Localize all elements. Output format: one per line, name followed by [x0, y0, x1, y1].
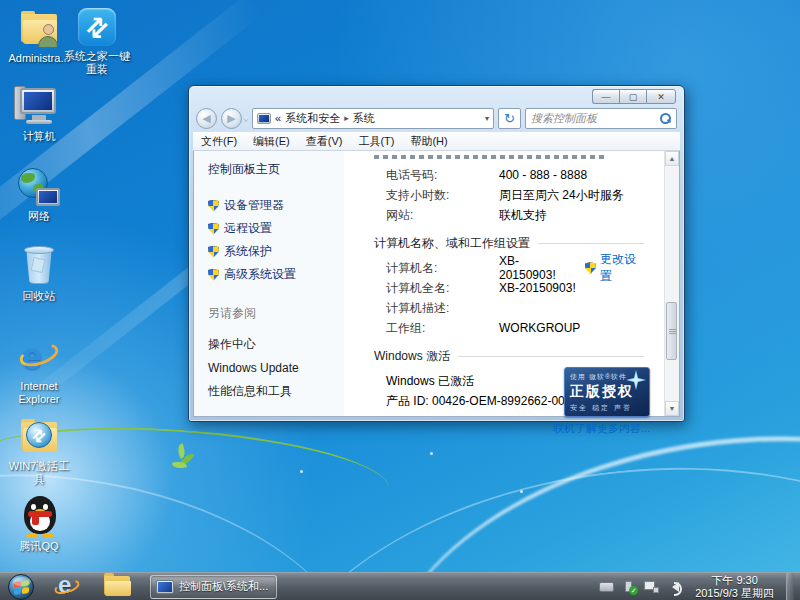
- uac-shield-icon: [208, 246, 219, 258]
- sidebar-item-remote-settings[interactable]: 远程设置: [194, 217, 344, 240]
- network-tray-icon[interactable]: [644, 581, 659, 593]
- desktop-icon-label: 回收站: [0, 290, 78, 303]
- sidebar-item-performance-tools[interactable]: 性能信息和工具: [194, 379, 344, 404]
- website-row: 网站: 联机支持: [386, 205, 644, 225]
- sparkle: [520, 490, 523, 493]
- show-desktop-button[interactable]: [786, 573, 794, 600]
- online-support-link[interactable]: 联机支持: [499, 207, 547, 224]
- breadcrumb-separator-icon: ▸: [344, 113, 349, 123]
- sidebar-item-advanced-system-settings[interactable]: 高级系统设置: [194, 263, 344, 286]
- uac-shield-icon: [585, 262, 596, 274]
- desktop-icon-label: 系统之家一键 重装: [58, 50, 136, 76]
- activation-status: Windows 已激活: [386, 373, 474, 390]
- address-bar[interactable]: « 系统和安全 ▸ 系统 ▾: [252, 108, 494, 129]
- badge-bottom-text: 安全 稳定 声誉: [570, 403, 644, 413]
- taskbar-clock[interactable]: 下午 9:30 2015/9/3 星期四: [691, 574, 778, 600]
- system-tray: ✓ 下午 9:30 2015/9/3 星期四: [599, 573, 800, 600]
- sidebar-item-control-panel-home[interactable]: 控制面板主页: [194, 159, 344, 180]
- row-label: 工作组:: [386, 320, 499, 337]
- safely-remove-hardware-icon[interactable]: ✓: [622, 580, 636, 594]
- minimize-button[interactable]: —: [592, 89, 619, 104]
- uac-shield-icon: [208, 223, 219, 235]
- scrollbar-thumb[interactable]: [666, 302, 677, 360]
- taskbar-task-control-panel[interactable]: 控制面板\系统和...: [150, 575, 277, 599]
- maximize-button[interactable]: ▢: [619, 89, 646, 104]
- taskbar-explorer-icon[interactable]: [104, 576, 132, 598]
- desktop-icon-tencent-qq[interactable]: 腾讯QQ: [0, 496, 78, 553]
- search-input[interactable]: 搜索控制面板: [525, 108, 677, 129]
- desktop-icon-label: 计算机: [0, 130, 78, 143]
- input-method-tray-icon[interactable]: [599, 582, 614, 592]
- taskbar-internet-explorer-icon[interactable]: e: [52, 575, 82, 599]
- sidebar-item-label: 系统保护: [224, 243, 272, 260]
- sidebar-item-label: 远程设置: [224, 220, 272, 237]
- desktop-icon-label: Internet Explorer: [0, 380, 78, 406]
- search-placeholder: 搜索控制面板: [531, 111, 659, 126]
- breadcrumb-security[interactable]: 系统和安全: [285, 111, 340, 126]
- user-folder-icon: [18, 8, 60, 50]
- sparkle: [300, 470, 303, 473]
- sidebar-item-windows-update[interactable]: Windows Update: [194, 357, 344, 379]
- support-hours-value: 周日至周六 24小时服务: [499, 187, 624, 204]
- desktop-icon-computer[interactable]: 计算机: [0, 86, 78, 143]
- sidebar-item-label: 设备管理器: [224, 197, 284, 214]
- menu-edit[interactable]: 编辑(E): [253, 134, 290, 149]
- window-titlebar[interactable]: — ▢ ✕: [189, 86, 684, 105]
- menu-file[interactable]: 文件(F): [201, 134, 237, 149]
- desktop-icon-syshome-reinstall[interactable]: ⇄ 系统之家一键 重装: [58, 6, 136, 76]
- task-button-label: 控制面板\系统和...: [179, 579, 268, 594]
- desktop-icon-win7-activator[interactable]: ⇄ WIN7激活工 具: [0, 416, 78, 486]
- refresh-button[interactable]: ↻: [498, 108, 521, 129]
- address-dropdown-icon[interactable]: ▾: [485, 114, 489, 123]
- computer-fullname-value: XB-20150903!: [499, 281, 576, 295]
- breadcrumb-chevrons[interactable]: «: [275, 112, 281, 124]
- recent-pages-dropdown-icon[interactable]: ▾: [244, 114, 248, 123]
- product-id: 产品 ID: 00426-OEM-8992662-00006: [386, 393, 585, 410]
- computer-name-section-header: 计算机名称、域和工作组设置: [374, 235, 644, 252]
- menu-bar: 文件(F) 编辑(E) 查看(V) 工具(T) 帮助(H): [193, 131, 680, 151]
- scroll-up-icon[interactable]: ▲: [665, 151, 679, 166]
- sidebar-item-action-center[interactable]: 操作中心: [194, 332, 344, 357]
- desktop-icon-recycle-bin[interactable]: 回收站: [0, 246, 78, 303]
- volume-tray-icon[interactable]: [667, 582, 679, 592]
- menu-help[interactable]: 帮助(H): [410, 134, 447, 149]
- sidebar-item-device-manager[interactable]: 设备管理器: [194, 194, 344, 217]
- learn-more-online-link[interactable]: 联机了解更多内容...: [553, 421, 650, 436]
- windows-activation-section-header: Windows 激活: [374, 348, 644, 365]
- vertical-scrollbar[interactable]: ▲ ▼: [664, 151, 679, 416]
- start-button[interactable]: [8, 574, 34, 600]
- desktop-icon-internet-explorer[interactable]: e Internet Explorer: [0, 336, 78, 406]
- internet-explorer-icon: e: [18, 336, 60, 378]
- scrollbar-track[interactable]: [665, 166, 679, 401]
- breadcrumb-system[interactable]: 系统: [353, 111, 375, 126]
- desktop-icon-network[interactable]: 网络: [0, 166, 78, 223]
- uac-shield-icon: [208, 200, 219, 212]
- change-settings-link[interactable]: 更改设置: [585, 251, 644, 285]
- desktop-icon-label: 网络: [0, 210, 78, 223]
- scroll-down-icon[interactable]: ▼: [665, 401, 679, 416]
- genuine-microsoft-badge[interactable]: 使用 微软®软件 正版授权 安全 稳定 声誉: [564, 367, 650, 417]
- system-control-panel-window: — ▢ ✕ ◀ ▶ ▾ « 系统和安全 ▸ 系统 ▾ ↻ 搜索控制面板 文件(F…: [188, 85, 685, 422]
- row-label: 计算机全名:: [386, 280, 499, 297]
- menu-view[interactable]: 查看(V): [306, 134, 343, 149]
- computer-name-row: 计算机名: XB-20150903! 更改设置: [386, 258, 644, 278]
- network-icon: [18, 166, 60, 208]
- computer-description-row: 计算机描述:: [386, 298, 644, 318]
- sparkle: [430, 452, 433, 455]
- row-label: 计算机描述:: [386, 300, 499, 317]
- search-icon[interactable]: [659, 112, 671, 124]
- menu-tools[interactable]: 工具(T): [358, 134, 394, 149]
- taskbar: e 控制面板\系统和... ✓ 下午 9:30 2015/9/3 星期四: [0, 572, 800, 600]
- forward-button[interactable]: ▶: [221, 108, 242, 129]
- see-also-header: 另请参阅: [194, 302, 344, 332]
- desktop-icon-label: 腾讯QQ: [0, 540, 78, 553]
- sidebar-item-system-protection[interactable]: 系统保护: [194, 240, 344, 263]
- control-panel-sidebar: 控制面板主页 设备管理器 远程设置 系统保护 高级系统设置: [194, 151, 344, 416]
- computer-name-value: XB-20150903!: [499, 254, 571, 282]
- workgroup-row: 工作组: WORKGROUP: [386, 318, 644, 338]
- system-window-icon: [156, 580, 174, 594]
- row-label: 电话号码:: [386, 167, 499, 184]
- back-button[interactable]: ◀: [196, 108, 217, 129]
- genuine-star-icon: [626, 370, 646, 390]
- close-button[interactable]: ✕: [646, 89, 676, 104]
